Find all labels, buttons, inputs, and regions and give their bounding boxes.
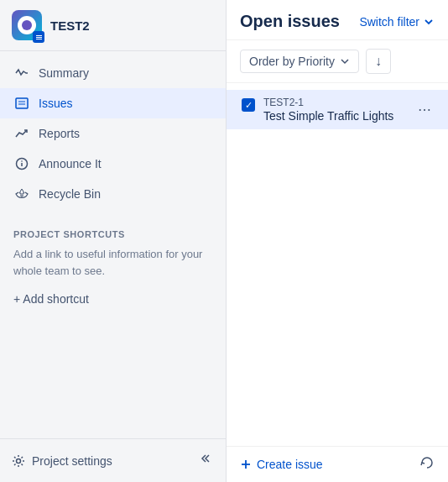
issue-checkbox[interactable]: ✓	[242, 98, 255, 112]
page-title: Open issues	[240, 12, 340, 31]
svg-point-9	[17, 458, 21, 463]
sidebar-item-issues[interactable]: Issues	[0, 88, 226, 118]
main-header: Open issues Switch filter	[227, 0, 448, 40]
shortcuts-desc: Add a link to useful information for you…	[13, 246, 212, 279]
sidebar-footer: Project settings	[0, 438, 226, 482]
switch-filter-button[interactable]: Switch filter	[359, 15, 435, 29]
sidebar-nav: Summary Issues Reports	[0, 51, 226, 216]
refresh-button[interactable]	[419, 455, 435, 474]
svg-rect-2	[36, 39, 42, 39]
svg-rect-1	[36, 37, 42, 38]
add-shortcut-button[interactable]: + Add shortcut	[13, 289, 212, 309]
project-name: TEST2	[50, 18, 90, 33]
sidebar-item-reports[interactable]: Reports	[0, 118, 226, 149]
chevron-down-icon	[423, 16, 435, 28]
issues-label: Issues	[39, 97, 72, 110]
recycle-icon	[13, 186, 30, 202]
collapse-sidebar-button[interactable]	[195, 449, 214, 472]
filter-bar: Order by Priority ↓	[227, 40, 448, 83]
info-icon	[13, 155, 30, 172]
sidebar-item-announce[interactable]: Announce It	[0, 149, 226, 179]
refresh-icon	[419, 455, 435, 470]
sidebar-item-summary[interactable]: Summary	[0, 58, 226, 88]
svg-rect-0	[36, 35, 42, 36]
project-settings-label: Project settings	[32, 454, 112, 468]
shortcuts-title: PROJECT SHORTCUTS	[13, 229, 212, 239]
recycle-label: Recycle Bin	[39, 187, 101, 201]
badge-icon	[35, 34, 43, 41]
svg-point-8	[21, 160, 23, 162]
project-settings-button[interactable]: Project settings	[12, 454, 187, 468]
sort-direction-button[interactable]: ↓	[366, 49, 391, 74]
order-by-select[interactable]: Order by Priority	[240, 50, 359, 73]
list-icon	[13, 95, 30, 112]
issue-id: TEST2-1	[263, 97, 406, 108]
plus-icon	[240, 458, 252, 470]
summary-label: Summary	[39, 66, 89, 80]
project-avatar	[12, 10, 42, 40]
issues-list: ✓ TEST2-1 Test Simple Traffic Lights ⋯	[227, 83, 448, 446]
avatar-eye	[22, 20, 32, 30]
issue-title: Test Simple Traffic Lights	[263, 109, 406, 123]
sidebar-item-recycle[interactable]: Recycle Bin	[0, 179, 226, 209]
avatar-badge	[33, 31, 44, 43]
main-content: Open issues Switch filter Order by Prior…	[227, 0, 448, 482]
shortcuts-section: PROJECT SHORTCUTS Add a link to useful i…	[0, 216, 226, 316]
main-footer: Create issue	[227, 446, 448, 482]
svg-rect-3	[16, 98, 28, 108]
pulse-icon	[13, 65, 30, 81]
trending-icon	[13, 125, 30, 142]
sidebar-header: TEST2	[0, 0, 226, 51]
chevrons-left-icon	[197, 451, 212, 466]
announce-label: Announce It	[39, 157, 102, 170]
create-issue-button[interactable]: Create issue	[240, 458, 323, 471]
issue-more-button[interactable]: ⋯	[414, 98, 435, 121]
issue-item[interactable]: ✓ TEST2-1 Test Simple Traffic Lights ⋯	[227, 90, 448, 129]
checkmark-icon: ✓	[245, 100, 253, 111]
select-chevron-icon	[340, 56, 350, 66]
reports-label: Reports	[39, 127, 80, 140]
gear-icon	[12, 454, 25, 468]
issue-content: TEST2-1 Test Simple Traffic Lights	[263, 97, 406, 123]
sidebar: TEST2 Summary Issues	[0, 0, 227, 482]
